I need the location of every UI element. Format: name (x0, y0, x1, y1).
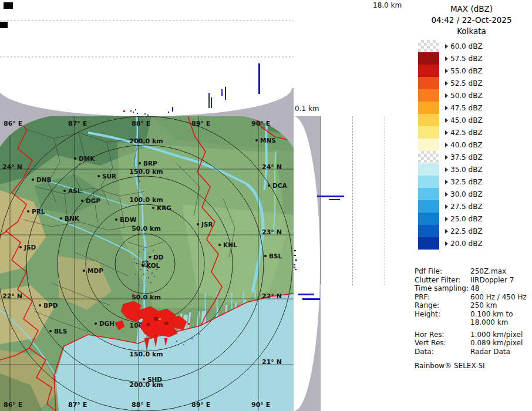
city-label: JSR (201, 221, 213, 228)
scale-label: 50.0 dBZ (450, 92, 483, 100)
scale-tick-icon (445, 241, 448, 246)
side-profile-panel (294, 116, 321, 411)
scale-tick-icon (445, 81, 448, 86)
product-info-block: Pdf File:250Z.maxClutter Filter:IIRDoppl… (415, 267, 531, 356)
city-dot (264, 255, 267, 257)
city-label: SUR (102, 173, 116, 180)
scale-label: 37.5 dBZ (450, 153, 483, 161)
city-label: DGP (86, 197, 100, 204)
info-value: 1.000 km/pixel (470, 331, 523, 339)
scale-label: 27.5 dBZ (450, 203, 483, 211)
legend-panel: MAX (dBZ) 04:42 / 22-Oct-2025 Kolkata 60… (411, 0, 532, 411)
scale-row: 42.5 dBZ (418, 126, 483, 139)
range-ring-label: 50.0 km (132, 225, 161, 233)
scale-label: 55.0 dBZ (450, 67, 483, 75)
info-key (415, 318, 470, 327)
scale-swatch (418, 114, 439, 126)
city-dot (197, 223, 199, 225)
scale-label: 30.0 dBZ (450, 190, 483, 198)
side-axis-line (321, 116, 321, 284)
scale-tick-icon (445, 130, 448, 135)
axis-label-box (0, 22, 8, 28)
info-value: Radar Data (470, 348, 510, 356)
scale-label: 42.5 dBZ (450, 129, 483, 137)
city-dot (95, 322, 97, 325)
city-label: KRG (157, 204, 171, 211)
scale-tick-icon (445, 155, 448, 160)
city-label: DNB (36, 176, 52, 183)
scale-label: 52.5 dBZ (450, 79, 483, 87)
info-value: IIRDoppler 7 (470, 276, 514, 285)
info-row: Pdf File:250Z.max (415, 267, 531, 276)
info-key: PRF: (415, 293, 470, 302)
scale-tick-icon (445, 93, 448, 98)
longitude-label: 90° E (251, 401, 270, 409)
scale-row: 37.5 dBZ (418, 151, 483, 163)
legend-footer: Rainbow® SELEX-SI (415, 362, 485, 370)
latitude-label: 23° N (262, 228, 282, 236)
top-panel-mask (0, 60, 294, 116)
city-dot (115, 218, 117, 221)
latitude-label: 24° N (2, 163, 22, 171)
scale-row: 25.0 dBZ (418, 213, 483, 225)
city-dot (268, 184, 270, 187)
city-dot (27, 210, 29, 213)
scale-label: 20.0 dBZ (450, 240, 483, 248)
city-label: BLS (54, 328, 67, 335)
range-ring-label: 100.0 km (129, 196, 163, 204)
city-label: BDW (120, 216, 137, 223)
scale-row: 32.5 dBZ (418, 176, 483, 188)
scale-tick-icon (445, 217, 448, 221)
info-key: Hor Res: (415, 331, 470, 339)
info-value: 18.000 km (470, 318, 508, 327)
info-key: Height: (415, 310, 470, 319)
legend-header: MAX (dBZ) 04:42 / 22-Oct-2025 Kolkata (411, 0, 532, 37)
info-value: 0.089 km/pixel (470, 339, 523, 348)
scale-label: 25.0 dBZ (450, 215, 483, 223)
city-label: JSD (23, 244, 36, 251)
longitude-label: 87° E (68, 120, 87, 127)
radar-map: 200.0 km150.0 km100.0 km50.0 km50.0 km10… (0, 116, 294, 411)
city-dot (63, 190, 66, 192)
height-gridline (352, 116, 353, 285)
range-ring-label: 50.0 km (132, 294, 161, 301)
info-row: Hor Res:1.000 km/pixel (415, 331, 531, 339)
info-key: Range: (415, 301, 470, 310)
info-row: Height:0.100 km to (415, 310, 531, 319)
city-dot (143, 378, 145, 380)
scale-swatch (418, 151, 439, 163)
longitude-label: 88° E (132, 120, 150, 127)
city-dot (255, 139, 258, 142)
info-row: Time sampling:48 (415, 284, 531, 293)
scale-tick-icon (445, 229, 448, 234)
info-row: PRF:600 Hz / 450 Hz (415, 293, 531, 302)
city-label: BPD (43, 302, 58, 309)
city-dot (74, 157, 76, 160)
latitude-label: 24° N (262, 163, 282, 171)
scale-row: 45.0 dBZ (418, 114, 483, 126)
scale-tick-icon (445, 56, 448, 61)
scale-row: 55.0 dBZ (418, 65, 483, 77)
city-dot (32, 178, 34, 181)
scale-row: 22.5 dBZ (418, 225, 483, 237)
scale-row: 52.5 dBZ (418, 77, 483, 89)
info-key: Vert Res: (415, 339, 470, 348)
info-value: 250 km (470, 301, 497, 310)
scale-swatch (418, 213, 439, 225)
city-dot (83, 269, 85, 272)
scale-swatch (418, 200, 439, 213)
city-label: ASL (68, 187, 82, 194)
scale-label: 35.0 dBZ (450, 166, 483, 174)
legend-station: Kolkata (411, 26, 532, 37)
scale-swatch (418, 52, 439, 65)
scale-row: 47.5 dBZ (418, 102, 483, 114)
range-ring-label: 200.0 km (129, 137, 163, 145)
legend-timestamp: 04:42 / 22-Oct-2025 (411, 15, 532, 26)
info-row: Range:250 km (415, 301, 531, 310)
scale-swatch (418, 77, 439, 89)
scale-tick-icon (445, 167, 448, 172)
scale-row: 27.5 dBZ (418, 200, 483, 213)
longitude-label: 90° E (251, 120, 270, 127)
latitude-label: 22° N (262, 292, 282, 300)
scale-tick-icon (445, 69, 448, 73)
